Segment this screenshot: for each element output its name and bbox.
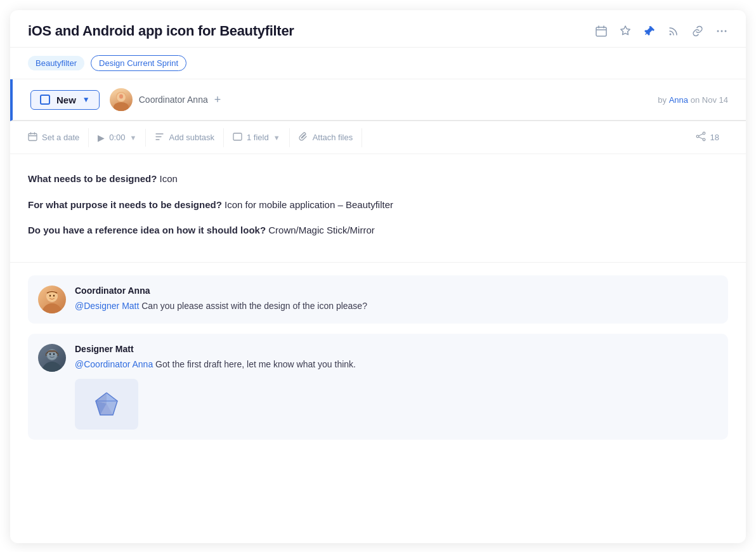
more-icon[interactable] — [715, 25, 728, 37]
header: iOS and Android app icon for Beautyfilte… — [10, 10, 746, 48]
pin-icon[interactable] — [643, 25, 656, 37]
svg-rect-9 — [29, 133, 37, 140]
mention-coordinator-anna[interactable]: @Coordinator Anna — [75, 359, 153, 369]
svg-point-4 — [725, 30, 727, 32]
attach-label: Attach files — [313, 133, 353, 142]
svg-point-8 — [119, 95, 123, 99]
chevron-down-icon: ▼ — [82, 95, 90, 104]
paperclip-icon — [299, 132, 308, 143]
svg-point-17 — [49, 294, 51, 296]
comment-body-anna: Coordinator Anna @Designer Matt Can you … — [75, 286, 718, 313]
line2-bold: For what purpose it needs to be designed… — [28, 199, 222, 210]
toolbar: Set a date ▶ 0:00 ▼ Add subtask 1 field … — [10, 121, 746, 154]
date-prefix: on — [691, 95, 700, 105]
line1-bold: What needs to be designed? — [28, 173, 157, 184]
content-line-1: What needs to be designed? Icon — [28, 172, 728, 187]
subtask-icon — [155, 132, 164, 143]
svg-point-19 — [42, 362, 62, 372]
breadcrumbs: Beautyfilter Design Current Sprint — [10, 48, 746, 79]
rss-icon[interactable] — [667, 25, 680, 37]
line2-text: Icon for mobile application – Beautyfilt… — [222, 199, 393, 210]
comment-text-anna: @Designer Matt Can you please assist wit… — [75, 299, 718, 313]
svg-rect-10 — [233, 133, 242, 140]
comment-author-matt: Designer Matt — [75, 344, 718, 354]
status-label: New — [56, 95, 76, 105]
status-square-icon — [40, 95, 50, 105]
comment-item: Designer Matt @Coordinator Anna Got the … — [28, 334, 728, 440]
svg-point-11 — [703, 132, 705, 135]
comment-text-matt: @Coordinator Anna Got the first draft he… — [75, 358, 718, 371]
star-icon[interactable] — [619, 25, 632, 37]
timer-button[interactable]: ▶ 0:00 ▼ — [89, 129, 146, 147]
status-bar: New ▼ Coordinator Anna + by Anna — [10, 79, 746, 121]
line3-text: Crown/Magic Stick/Mirror — [266, 225, 375, 235]
share-icon — [696, 131, 706, 143]
set-date-button[interactable]: Set a date — [28, 128, 89, 147]
status-meta: by Anna on Nov 14 — [658, 95, 728, 105]
svg-point-14 — [42, 303, 62, 313]
comment-avatar-anna — [38, 286, 66, 313]
add-subtask-button[interactable]: Add subtask — [146, 128, 224, 147]
assignee-section: Coordinator Anna + — [110, 88, 221, 111]
svg-rect-0 — [596, 27, 606, 36]
set-date-label: Set a date — [42, 133, 79, 142]
svg-point-6 — [114, 102, 129, 111]
task-content: What needs to be designed? Icon For what… — [10, 154, 746, 263]
field-button[interactable]: 1 field ▼ — [224, 128, 290, 147]
svg-point-1 — [670, 34, 672, 36]
status-date: Nov 14 — [702, 95, 728, 105]
anna-message: Can you please assist with the design of… — [141, 301, 367, 311]
field-icon — [233, 132, 242, 143]
content-line-3: Do you have a reference idea on how it s… — [28, 223, 728, 238]
comment-avatar-matt — [38, 344, 66, 372]
page-title: iOS and Android app icon for Beautyfilte… — [28, 23, 294, 39]
calendar-icon[interactable] — [595, 25, 608, 37]
comment-body-matt: Designer Matt @Coordinator Anna Got the … — [75, 344, 718, 430]
link-icon[interactable] — [691, 25, 704, 37]
attachment-preview[interactable] — [75, 379, 138, 430]
status-badge[interactable]: New ▼ — [30, 90, 100, 110]
svg-point-23 — [53, 353, 55, 355]
svg-point-22 — [49, 353, 51, 355]
breadcrumb-sprint[interactable]: Design Current Sprint — [91, 55, 186, 71]
subtask-label: Add subtask — [169, 133, 214, 142]
svg-point-18 — [53, 294, 55, 296]
timer-dropdown-icon: ▼ — [130, 134, 137, 141]
comment-author-anna: Coordinator Anna — [75, 286, 718, 296]
line3-bold: Do you have a reference idea on how it s… — [28, 225, 266, 235]
matt-message: Got the first draft here, let me know wh… — [155, 359, 356, 369]
breadcrumb-project[interactable]: Beautyfilter — [28, 56, 84, 70]
assignee-avatar — [110, 88, 133, 111]
author-prefix: by — [658, 95, 667, 105]
comments-section: Coordinator Anna @Designer Matt Can you … — [10, 263, 746, 463]
mention-designer-matt[interactable]: @Designer Matt — [75, 301, 139, 311]
svg-point-13 — [703, 138, 705, 141]
field-dropdown-icon: ▼ — [273, 134, 280, 141]
line1-text: Icon — [157, 173, 178, 184]
share-button[interactable]: 18 — [687, 128, 728, 147]
author-name[interactable]: Anna — [669, 95, 688, 105]
add-assignee-button[interactable]: + — [214, 93, 221, 107]
header-actions — [595, 25, 728, 37]
calendar-small-icon — [28, 132, 37, 143]
svg-point-12 — [696, 135, 699, 138]
svg-point-2 — [717, 30, 719, 32]
field-label: 1 field — [247, 133, 269, 142]
play-icon: ▶ — [98, 133, 105, 143]
assignee-name: Coordinator Anna — [139, 95, 208, 105]
svg-point-3 — [721, 30, 723, 32]
share-count: 18 — [710, 133, 719, 142]
attach-files-button[interactable]: Attach files — [290, 128, 363, 147]
status-left: New ▼ Coordinator Anna + — [30, 88, 221, 111]
comment-item: Coordinator Anna @Designer Matt Can you … — [28, 275, 728, 324]
timer-label: 0:00 — [109, 133, 125, 142]
content-line-2: For what purpose it needs to be designed… — [28, 198, 728, 213]
